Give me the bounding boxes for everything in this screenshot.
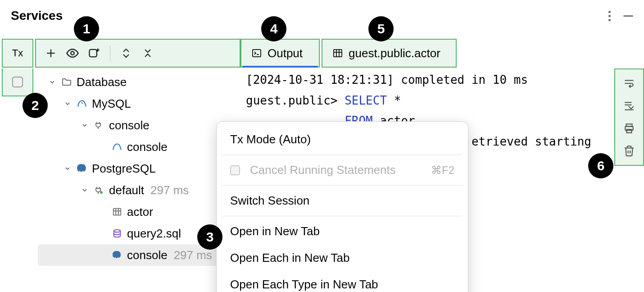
eye-icon[interactable]	[65, 46, 80, 61]
tab-result-label: guest.public.actor	[349, 46, 440, 60]
tree-label: console	[127, 248, 168, 262]
tx-label: Tx	[12, 47, 23, 59]
callout-4: 4	[261, 16, 286, 41]
output-text: etrieved starting	[472, 135, 591, 148]
tree-time: 297 ms	[150, 183, 189, 197]
output-prompt: guest.public>	[246, 94, 345, 107]
new-session-icon[interactable]	[86, 46, 102, 61]
menu-tx-mode[interactable]: Tx Mode (Auto)	[217, 126, 468, 153]
menu-label: Open Each in New Tab	[230, 251, 349, 265]
postgres-icon	[76, 162, 88, 175]
output-side-toolbar	[614, 68, 644, 166]
toolbar-separator	[110, 46, 110, 61]
services-toolbar	[35, 39, 240, 68]
menu-label: Tx Mode (Auto)	[230, 132, 311, 146]
database-icon	[111, 227, 123, 240]
chevron-down-icon[interactable]	[63, 99, 72, 108]
soft-wrap-icon[interactable]	[621, 76, 637, 91]
tree-label: PostgreSQL	[92, 162, 156, 176]
menu-label: Open in New Tab	[230, 224, 320, 238]
tree-node-mysql-console[interactable]: console	[38, 136, 236, 158]
sql-keyword-select: SELECT	[345, 94, 387, 107]
callout-5: 5	[368, 16, 394, 41]
menu-switch-session[interactable]: Switch Session	[217, 187, 468, 214]
tab-output-label: Output	[268, 46, 303, 60]
menu-separator	[222, 155, 463, 155]
plug-icon	[93, 119, 105, 132]
collapse-all-icon[interactable]	[140, 46, 155, 61]
table-icon	[332, 48, 343, 59]
tab-result[interactable]: guest.public.actor	[322, 39, 457, 68]
menu-open-each-type-new-tab[interactable]: Open Each Type in New Tab	[217, 271, 468, 292]
header-actions	[608, 11, 633, 21]
tree-label: MySQL	[92, 97, 131, 111]
filter-checkbox[interactable]	[12, 77, 23, 87]
menu-open-each-new-tab[interactable]: Open Each in New Tab	[217, 245, 468, 271]
panel-title: Services	[11, 9, 63, 23]
tree-time: 297 ms	[174, 248, 212, 262]
output-line: [2024-10-31 18:21:31] completed in 10 ms	[246, 73, 528, 87]
tree-node-database[interactable]: Database	[38, 71, 236, 93]
checkbox-icon	[230, 165, 240, 175]
svg-point-17	[114, 230, 121, 233]
tab-output[interactable]: Output	[240, 39, 320, 68]
tree-node-mysql-console-group[interactable]: console	[38, 114, 236, 136]
print-icon[interactable]	[621, 121, 637, 136]
mysql-icon	[76, 97, 88, 110]
svg-rect-13	[113, 209, 121, 215]
add-icon[interactable]	[43, 46, 59, 61]
menu-separator	[222, 216, 463, 216]
menu-open-new-tab[interactable]: Open in New Tab	[217, 218, 468, 245]
terminal-icon	[251, 48, 262, 59]
chevron-down-icon[interactable]	[63, 164, 72, 173]
svg-rect-3	[90, 50, 97, 57]
plug-connected-icon	[93, 184, 105, 196]
gutter-filter-cell	[2, 68, 33, 96]
chevron-down-icon[interactable]	[48, 78, 57, 87]
hide-panel-icon[interactable]	[623, 15, 633, 17]
menu-shortcut: ⌘F2	[431, 164, 454, 177]
tree-label: console	[127, 140, 168, 154]
context-menu: Tx Mode (Auto) Cancel Running Statements…	[216, 121, 468, 292]
callout-1: 1	[74, 16, 99, 41]
callout-3: 3	[197, 224, 222, 250]
tree-node-mysql[interactable]: MySQL	[38, 93, 236, 114]
folder-icon	[60, 76, 73, 88]
tree-node-postgres[interactable]: PostgreSQL	[38, 158, 236, 179]
tx-indicator[interactable]: Tx	[2, 39, 33, 68]
trash-icon[interactable]	[621, 143, 637, 159]
scroll-to-end-icon[interactable]	[621, 98, 637, 114]
menu-label: Cancel Running Statements	[250, 163, 396, 177]
callout-2: 2	[23, 93, 48, 118]
more-icon[interactable]	[608, 11, 611, 21]
tree-label: Database	[77, 75, 127, 89]
svg-rect-6	[253, 50, 261, 57]
tree-node-pg-default[interactable]: default 297 ms	[38, 179, 236, 201]
toolbar-row: Tx Output guest.public.ac	[2, 39, 457, 68]
menu-label: Open Each Type in New Tab	[230, 278, 378, 292]
postgres-icon	[111, 249, 123, 261]
menu-separator	[222, 185, 463, 186]
tree-label: query2.sql	[127, 227, 181, 241]
table-icon	[111, 205, 123, 218]
menu-cancel-statements: Cancel Running Statements ⌘F2	[217, 157, 468, 183]
tree-node-pg-actor[interactable]: actor	[38, 201, 236, 223]
tree-label: actor	[127, 205, 153, 219]
output-text: *	[387, 94, 401, 107]
tree-label: default	[109, 183, 144, 197]
chevron-down-icon[interactable]	[80, 186, 89, 195]
menu-label: Switch Session	[230, 194, 309, 208]
callout-6: 6	[588, 153, 613, 178]
expand-all-icon[interactable]	[118, 46, 134, 61]
result-tabs: Output guest.public.actor	[240, 39, 457, 68]
svg-point-2	[71, 51, 74, 55]
mysql-icon	[111, 141, 123, 153]
tree-label: console	[109, 119, 150, 132]
svg-point-12	[100, 191, 103, 194]
svg-rect-8	[334, 50, 342, 57]
chevron-down-icon[interactable]	[80, 121, 89, 130]
